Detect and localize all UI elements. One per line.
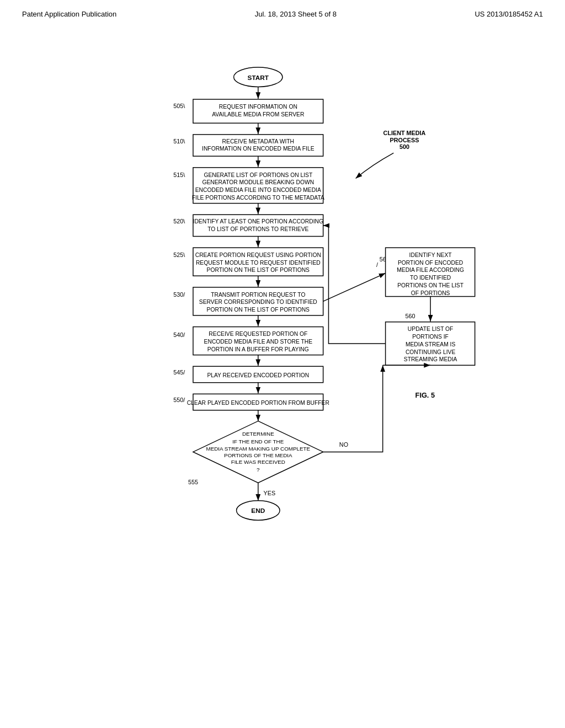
svg-text:START: START <box>248 74 269 81</box>
svg-text:MEDIA STREAM IS: MEDIA STREAM IS <box>406 341 456 347</box>
svg-text:550/: 550/ <box>173 397 185 403</box>
svg-text:530/: 530/ <box>173 291 185 298</box>
svg-text:END: END <box>251 507 265 514</box>
svg-text:ENCODED MEDIA FILE INTO ENCODE: ENCODED MEDIA FILE INTO ENCODED MEDIA <box>195 187 321 193</box>
svg-text:IF THE END OF THE: IF THE END OF THE <box>232 438 284 445</box>
svg-text:NO: NO <box>339 441 348 448</box>
svg-text:515\: 515\ <box>173 172 185 178</box>
svg-text:RECEIVE METADATA WITH: RECEIVE METADATA WITH <box>222 138 294 144</box>
svg-text:PORTION ON THE LIST OF PORTION: PORTION ON THE LIST OF PORTIONS <box>207 267 310 273</box>
svg-text:CLIENT MEDIA: CLIENT MEDIA <box>383 130 426 136</box>
svg-text:TRANSMIT PORTION REQUEST TO: TRANSMIT PORTION REQUEST TO <box>211 292 305 298</box>
svg-text:DETERMINE: DETERMINE <box>242 431 274 437</box>
svg-text:PORTION OF ENCODED: PORTION OF ENCODED <box>398 260 463 266</box>
svg-text:PLAY RECEIVED ENCODED PORTION: PLAY RECEIVED ENCODED PORTION <box>207 372 309 378</box>
svg-text:FIG. 5: FIG. 5 <box>415 391 435 399</box>
svg-text:MEDIA FILE ACCORDING: MEDIA FILE ACCORDING <box>397 267 464 273</box>
svg-text:545/: 545/ <box>173 369 185 376</box>
svg-text:OF PORTIONS: OF PORTIONS <box>411 290 450 296</box>
svg-text:PORTIONS IF: PORTIONS IF <box>412 334 449 340</box>
svg-text:505\: 505\ <box>173 103 185 109</box>
diagram-area: CLIENT MEDIA PROCESS 500 START 505\ REQU… <box>0 40 565 647</box>
svg-text:PORTIONS OF THE MEDIA: PORTIONS OF THE MEDIA <box>224 452 292 458</box>
svg-text:555: 555 <box>188 479 198 485</box>
svg-text:CONTINUING LIVE: CONTINUING LIVE <box>406 349 456 355</box>
svg-text:SERVER CORRESPONDING TO IDENTI: SERVER CORRESPONDING TO IDENTIFIED <box>199 299 317 305</box>
svg-text:540/: 540/ <box>173 331 185 338</box>
page-header: Patent Application Publication Jul. 18, … <box>0 0 565 24</box>
svg-text:PORTIONS ON THE LIST: PORTIONS ON THE LIST <box>397 282 463 288</box>
svg-text:AVAILABLE MEDIA FROM SERVER: AVAILABLE MEDIA FROM SERVER <box>212 111 304 117</box>
svg-text:UPDATE LIST OF: UPDATE LIST OF <box>408 326 454 332</box>
svg-text:TO LIST OF PORTIONS TO RETRIEV: TO LIST OF PORTIONS TO RETRIEVE <box>207 226 308 232</box>
svg-text:IDENTIFY NEXT: IDENTIFY NEXT <box>409 252 452 258</box>
svg-text:560: 560 <box>406 313 415 319</box>
svg-text:CLEAR PLAYED ENCODED PORTION F: CLEAR PLAYED ENCODED PORTION FROM BUFFER <box>187 400 329 406</box>
svg-text:REQUEST MODULE TO REQUEST IDEN: REQUEST MODULE TO REQUEST IDENTIFIED <box>196 260 321 266</box>
svg-text:INFORMATION ON ENCODED MEDIA F: INFORMATION ON ENCODED MEDIA FILE <box>202 146 315 152</box>
svg-text:PORTION IN A BUFFER FOR PLAYIN: PORTION IN A BUFFER FOR PLAYING <box>207 346 309 352</box>
svg-text:ENCODED MEDIA FILE AND STORE T: ENCODED MEDIA FILE AND STORE THE <box>204 339 313 345</box>
svg-text:RECEIVE REQUESTED PORTION OF: RECEIVE REQUESTED PORTION OF <box>209 331 307 337</box>
svg-text:STREAMING MEDIA: STREAMING MEDIA <box>404 356 457 362</box>
flowchart: CLIENT MEDIA PROCESS 500 START 505\ REQU… <box>76 40 489 647</box>
svg-text:PROCESS: PROCESS <box>390 137 419 143</box>
svg-text:GENERATOR MODULE BREAKING DOWN: GENERATOR MODULE BREAKING DOWN <box>202 179 314 185</box>
header-right: US 2013/0185452 A1 <box>475 10 543 18</box>
svg-text:500: 500 <box>399 143 409 150</box>
svg-text:TO IDENTIFIED: TO IDENTIFIED <box>410 275 451 281</box>
svg-text:GENERATE LIST OF PORTIONS ON L: GENERATE LIST OF PORTIONS ON LIST <box>204 172 313 178</box>
svg-text:IDENTIFY AT LEAST ONE PORTION : IDENTIFY AT LEAST ONE PORTION ACCORDING <box>193 218 324 224</box>
svg-text:MEDIA STREAM MAKING UP COMPLET: MEDIA STREAM MAKING UP COMPLETE <box>206 446 311 452</box>
header-center: Jul. 18, 2013 Sheet 5 of 8 <box>255 10 337 18</box>
svg-text:FILE WAS RECEIVED: FILE WAS RECEIVED <box>231 459 285 465</box>
svg-text:REQUEST INFORMATION ON: REQUEST INFORMATION ON <box>219 104 297 110</box>
header-left: Patent Application Publication <box>22 10 116 18</box>
svg-text:FILE PORTIONS ACCORDING TO THE: FILE PORTIONS ACCORDING TO THE METADATA <box>192 195 324 201</box>
svg-text:CREATE PORTION REQUEST USING P: CREATE PORTION REQUEST USING PORTION <box>195 252 321 258</box>
svg-text:?: ? <box>257 467 260 473</box>
svg-text:YES: YES <box>264 490 276 496</box>
svg-text:510\: 510\ <box>173 138 185 144</box>
svg-text:/: / <box>376 261 378 268</box>
svg-text:525\: 525\ <box>173 251 185 258</box>
svg-text:520\: 520\ <box>173 218 185 224</box>
svg-text:PORTION ON THE LIST OF PORTION: PORTION ON THE LIST OF PORTIONS <box>207 307 310 313</box>
